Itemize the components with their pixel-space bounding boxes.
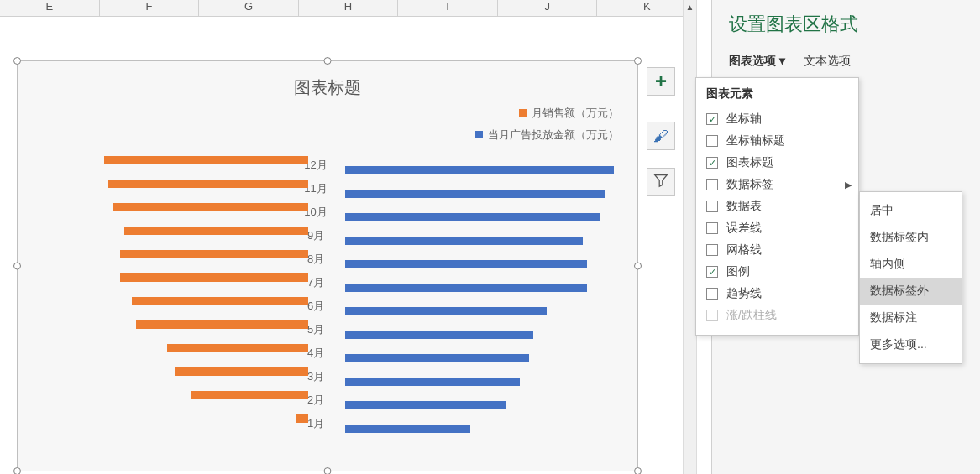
chart-object[interactable]: 图表标题 月销售额（万元） 当月广告投放金额（万元） 12月11月10月9月8月… xyxy=(17,60,638,471)
caret-right-icon: ▶ xyxy=(845,180,852,190)
bar-series1[interactable] xyxy=(191,391,308,399)
bar-series1[interactable] xyxy=(120,250,308,258)
checkbox-icon xyxy=(706,310,718,321)
plot-area[interactable]: 12月11月10月9月8月7月6月5月4月3月2月1月 xyxy=(18,154,637,456)
panel-title: 设置图表区格式 xyxy=(729,12,980,37)
submenu-item[interactable]: 数据标签外 xyxy=(860,278,962,305)
col-header-g[interactable]: G xyxy=(199,0,299,16)
menu-item-label: 图表标题 xyxy=(726,155,773,170)
bar-row: 11月 xyxy=(18,178,637,201)
bar-series2[interactable] xyxy=(345,425,470,433)
menu-title: 图表元素 xyxy=(696,85,858,108)
bar-series1[interactable] xyxy=(136,320,308,329)
legend-swatch-icon xyxy=(519,109,527,117)
menu-item[interactable]: 坐标轴标题 xyxy=(696,130,858,152)
bar-series1[interactable] xyxy=(167,344,308,352)
bar-series2[interactable] xyxy=(345,331,533,339)
funnel-icon xyxy=(653,173,668,191)
checkbox-icon xyxy=(706,201,718,212)
bar-series2[interactable] xyxy=(345,354,529,362)
submenu-item[interactable]: 数据标注 xyxy=(860,305,962,331)
legend-label: 当月广告投放金额（万元） xyxy=(488,128,619,141)
menu-item[interactable]: 数据表 xyxy=(696,195,858,217)
chart-legend[interactable]: 月销售额（万元） 当月广告投放金额（万元） xyxy=(18,106,637,143)
bar-row: 2月 xyxy=(18,389,637,413)
menu-item-label: 数据表 xyxy=(726,199,762,214)
menu-item: 涨/跌柱线 xyxy=(696,305,858,326)
submenu-item[interactable]: 居中 xyxy=(860,197,962,224)
bar-series1[interactable] xyxy=(175,367,308,376)
resize-handle[interactable] xyxy=(13,467,21,474)
chart-elements-button[interactable]: + xyxy=(647,67,675,96)
bar-row: 9月 xyxy=(18,225,637,248)
bar-series1[interactable] xyxy=(104,156,308,164)
col-header-h[interactable]: H xyxy=(299,0,399,16)
bar-row: 3月 xyxy=(18,366,637,389)
menu-item[interactable]: 数据标签▶ xyxy=(696,174,858,195)
bar-series1[interactable] xyxy=(124,227,308,235)
menu-item[interactable]: ✓图表标题 xyxy=(696,152,858,174)
bar-series1[interactable] xyxy=(113,203,308,211)
col-header-e[interactable]: E xyxy=(0,0,100,16)
checkbox-icon xyxy=(706,222,718,234)
bar-row: 7月 xyxy=(18,272,637,295)
bar-series2[interactable] xyxy=(345,378,520,386)
resize-handle[interactable] xyxy=(324,57,332,65)
menu-item[interactable]: 网格线 xyxy=(696,239,858,261)
submenu-item[interactable]: 轴内侧 xyxy=(860,251,962,278)
menu-item[interactable]: 趋势线 xyxy=(696,283,858,305)
col-header-j[interactable]: J xyxy=(498,0,598,16)
menu-item-label: 坐标轴标题 xyxy=(726,133,785,148)
bar-row: 1月 xyxy=(18,413,637,436)
menu-item-label: 坐标轴 xyxy=(726,112,762,127)
chart-styles-button[interactable]: 🖌 xyxy=(647,122,675,150)
resize-handle[interactable] xyxy=(634,57,642,65)
col-header-f[interactable]: F xyxy=(100,0,200,16)
plus-icon: + xyxy=(655,70,667,93)
checkbox-icon xyxy=(706,179,718,190)
bar-series1[interactable] xyxy=(132,297,308,305)
bar-row: 4月 xyxy=(18,342,637,366)
resize-handle[interactable] xyxy=(634,467,642,474)
menu-item[interactable]: ✓坐标轴 xyxy=(696,108,858,130)
bar-row: 6月 xyxy=(18,295,637,319)
bar-series2[interactable] xyxy=(345,237,583,245)
bar-series2[interactable] xyxy=(345,166,614,174)
col-header-i[interactable]: I xyxy=(398,0,498,16)
bar-series1[interactable] xyxy=(296,414,308,423)
resize-handle[interactable] xyxy=(13,57,21,65)
submenu-item[interactable]: 更多选项... xyxy=(860,331,962,358)
menu-item-label: 网格线 xyxy=(726,242,762,258)
bar-series2[interactable] xyxy=(345,307,547,315)
bar-series1[interactable] xyxy=(120,273,308,282)
panel-tabs: 图表选项 ▾ 文本选项 xyxy=(729,54,980,69)
submenu-item[interactable]: 数据标签内 xyxy=(860,224,962,251)
legend-swatch-icon xyxy=(475,131,483,138)
checkbox-icon: ✓ xyxy=(706,113,718,125)
menu-item[interactable]: ✓图例 xyxy=(696,261,858,283)
tab-text-options[interactable]: 文本选项 xyxy=(804,54,851,67)
bar-series2[interactable] xyxy=(345,401,506,409)
bar-series2[interactable] xyxy=(345,260,587,268)
checkbox-icon: ✓ xyxy=(706,157,718,169)
chart-filters-button[interactable] xyxy=(647,168,675,196)
scroll-up-icon[interactable]: ▲ xyxy=(684,0,696,14)
paintbrush-icon: 🖌 xyxy=(653,128,668,145)
bar-series2[interactable] xyxy=(345,284,587,292)
menu-item[interactable]: 误差线 xyxy=(696,217,858,239)
bar-row: 5月 xyxy=(18,319,637,342)
bar-row: 12月 xyxy=(18,154,637,178)
resize-handle[interactable] xyxy=(324,467,332,474)
chart-elements-menu: 图表元素 ✓坐标轴坐标轴标题✓图表标题数据标签▶数据表误差线网格线✓图例趋势线涨… xyxy=(695,77,859,336)
menu-item-label: 误差线 xyxy=(726,221,762,236)
bar-series2[interactable] xyxy=(345,213,600,221)
checkbox-icon xyxy=(706,244,718,256)
bar-series2[interactable] xyxy=(345,190,605,198)
checkbox-icon xyxy=(706,135,718,147)
checkbox-icon: ✓ xyxy=(706,266,718,278)
menu-item-label: 趋势线 xyxy=(726,286,762,301)
bar-series1[interactable] xyxy=(108,180,308,188)
bar-row: 10月 xyxy=(18,201,637,225)
tab-chart-options[interactable]: 图表选项 ▾ xyxy=(729,54,785,67)
chart-title[interactable]: 图表标题 xyxy=(18,76,637,99)
